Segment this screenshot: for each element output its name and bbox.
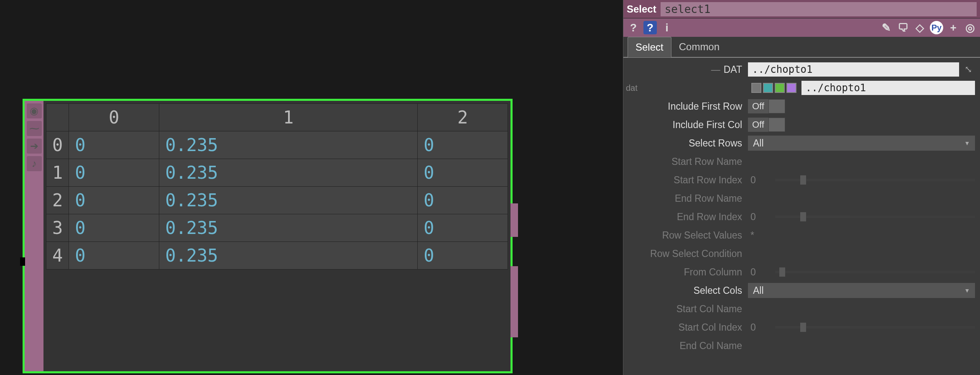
tab-common[interactable]: Common (671, 37, 727, 57)
param-start-col-name: Start Col Name (623, 300, 980, 318)
table-cell[interactable]: 0 (69, 131, 159, 159)
output-connector[interactable] (510, 266, 518, 337)
parameter-pane: Select ? ? i ✎ 🗨 ◇ Py + ◎ Select Common (623, 0, 980, 375)
param-row-select-values: Row Select Values * (623, 226, 980, 244)
chip-dat[interactable] (786, 83, 796, 93)
table-cell[interactable]: 0.235 (159, 187, 418, 214)
operator-type-label: Select (627, 3, 656, 15)
param-label: Select Rows (623, 138, 745, 149)
table-row: 300.2350 (46, 214, 508, 242)
param-start-row-index: Start Row Index 0 (623, 171, 980, 189)
chip-chop[interactable] (775, 83, 785, 93)
table-row: 000.2350 (46, 131, 508, 159)
clone-icon[interactable]: ♪ (27, 156, 42, 171)
param-select-rows: Select Rows All (623, 134, 980, 152)
param-label: End Row Index (623, 211, 745, 223)
param-from-column: From Column 0 (623, 263, 980, 281)
goto-arrow-icon[interactable]: ⤡ (962, 63, 975, 76)
dropdown-select-rows[interactable]: All (748, 136, 975, 151)
operator-header: Select (623, 0, 980, 18)
node-toolbar: ◉ ⁓ ➔ ♪ (25, 101, 43, 371)
row-header: 0 (46, 131, 69, 159)
table-cell[interactable]: 0 (69, 214, 159, 242)
param-mini-label: dat (623, 83, 641, 93)
dat-table-container: 0 1 2 000.2350100.2350200.2350300.235040… (43, 101, 510, 371)
dropdown-select-cols[interactable]: All (748, 283, 975, 298)
table-cell[interactable]: 0.235 (159, 159, 418, 187)
viewer-active-icon[interactable]: ◉ (27, 103, 42, 118)
table-cell[interactable]: 0.235 (159, 214, 418, 242)
param-label: Select Cols (623, 285, 745, 296)
dat-node-viewer[interactable]: ◉ ⁓ ➔ ♪ 0 1 2 000.2350100.2350200.2350 (23, 99, 513, 373)
table-cell[interactable]: 0 (69, 159, 159, 187)
table-cell[interactable]: 0 (69, 242, 159, 270)
table-cell[interactable]: 0 (418, 187, 508, 214)
param-tabs: Select Common (623, 37, 980, 58)
comment-icon[interactable]: 🗨 (896, 21, 910, 34)
python-icon[interactable]: Py (930, 21, 943, 34)
dat-table: 0 1 2 000.2350100.2350200.2350300.235040… (46, 103, 508, 270)
slider-start-col-index[interactable] (775, 326, 975, 329)
param-label: Start Row Index (623, 175, 745, 186)
help-wiki-icon[interactable]: ? (643, 21, 657, 34)
row-header: 4 (46, 242, 69, 270)
param-label: Row Select Condition (623, 248, 745, 259)
param-value: 0 (748, 267, 756, 278)
param-label: End Row Name (623, 193, 745, 204)
toggle-include-first-col[interactable]: Off (748, 118, 785, 132)
table-cell[interactable]: 0 (69, 187, 159, 214)
param-end-row-name: End Row Name (623, 189, 980, 208)
param-start-row-name: Start Row Name (623, 152, 980, 171)
table-cell[interactable]: 0 (418, 242, 508, 270)
table-row: 100.2350 (46, 159, 508, 187)
toggle-include-first-row[interactable]: Off (748, 99, 785, 113)
param-label: End Col Name (623, 340, 745, 352)
param-label: —DAT (623, 64, 745, 75)
bypass-icon[interactable]: ⁓ (27, 121, 42, 136)
param-start-col-index: Start Col Index 0 (623, 318, 980, 336)
tag-icon[interactable]: ◇ (913, 21, 926, 34)
table-corner (46, 104, 69, 131)
chip-top[interactable] (763, 83, 773, 93)
table-cell[interactable]: 0 (418, 131, 508, 159)
table-cell[interactable]: 0 (418, 214, 508, 242)
add-icon[interactable]: + (947, 21, 960, 34)
network-viewer[interactable]: ◉ ⁓ ➔ ♪ 0 1 2 000.2350100.2350200.2350 (0, 0, 623, 375)
param-label: From Column (623, 267, 745, 278)
pane-split-handle[interactable] (20, 257, 25, 266)
lock-icon[interactable]: ➔ (27, 139, 42, 154)
param-dat-expanded: dat (623, 79, 980, 97)
tab-select[interactable]: Select (628, 37, 671, 57)
edit-icon[interactable]: ✎ (880, 21, 893, 34)
output-connector[interactable] (510, 203, 518, 237)
header-toolbar: ? ? i ✎ 🗨 ◇ Py + ◎ (623, 18, 980, 37)
dat-path-input[interactable] (748, 62, 959, 77)
param-value: 0 (748, 211, 756, 223)
help-icon[interactable]: ? (627, 21, 640, 34)
chip-comp[interactable] (751, 83, 761, 93)
row-header: 2 (46, 187, 69, 214)
param-dat: —DAT ⤡ (623, 60, 980, 79)
slider-start-row-index[interactable] (775, 179, 975, 181)
table-row: 200.2350 (46, 187, 508, 214)
param-label: Include First Col (623, 119, 745, 131)
param-label: Include First Row (623, 101, 745, 112)
slider-end-row-index[interactable] (775, 216, 975, 218)
table-cell[interactable]: 0.235 (159, 242, 418, 270)
operator-name-input[interactable] (661, 2, 977, 16)
table-cell[interactable]: 0 (418, 159, 508, 187)
info-icon[interactable]: i (660, 21, 674, 34)
param-list: —DAT ⤡ dat Include First Row (623, 58, 980, 375)
param-select-cols: Select Cols All (623, 281, 980, 300)
table-cell[interactable]: 0.235 (159, 131, 418, 159)
param-include-first-col: Include First Col Off (623, 116, 980, 134)
target-icon[interactable]: ◎ (963, 21, 977, 34)
param-end-col-name: End Col Name (623, 336, 980, 355)
dat-path-input-2[interactable] (801, 81, 975, 95)
row-header: 3 (46, 214, 69, 242)
param-label: Row Select Values (623, 230, 745, 241)
col-header: 1 (159, 104, 418, 131)
slider-from-column[interactable] (775, 271, 975, 273)
param-end-row-index: End Row Index 0 (623, 208, 980, 226)
col-header: 2 (418, 104, 508, 131)
